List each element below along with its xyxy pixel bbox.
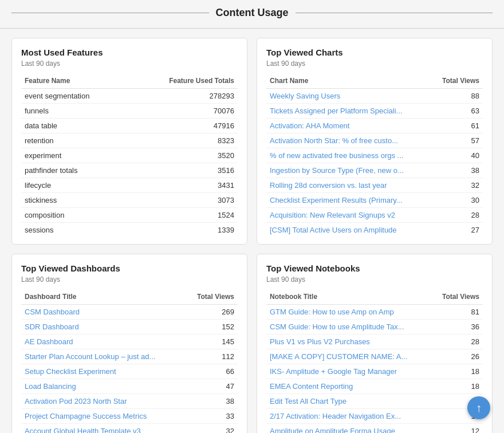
- table-cell-name[interactable]: Activation Pod 2023 North Star: [21, 394, 185, 409]
- table-row: data table47916: [21, 119, 238, 133]
- table-cell-value: 57: [431, 133, 483, 148]
- table-row: stickiness3073: [21, 193, 238, 208]
- table-cell-name: retention: [21, 133, 129, 148]
- table-cell-value: 38: [431, 163, 483, 178]
- table-cell-value: 18: [432, 379, 483, 394]
- top-viewed-dashboards-title: Top Viewed Dashboards: [21, 263, 238, 273]
- table-cell-value: 269: [185, 305, 238, 320]
- table-cell-name[interactable]: Tickets Assigned per Platform Speciali..…: [266, 104, 431, 119]
- table-row: 2/17 Activation: Header Navigation Ex...…: [266, 409, 483, 424]
- table-row: Account Global Health Template v332: [21, 424, 238, 434]
- table-row: Plus V1 vs Plus V2 Purchases28: [266, 334, 483, 349]
- top-viewed-dashboards-subtitle: Last 90 days: [21, 275, 238, 284]
- table-cell-value: 36: [432, 320, 483, 334]
- table-cell-value: 8323: [129, 133, 238, 148]
- table-cell-name[interactable]: 2/17 Activation: Header Navigation Ex...: [266, 409, 432, 424]
- table-row: Rolling 28d conversion vs. last year32: [266, 178, 483, 193]
- table-row: Weekly Saving Users88: [266, 89, 483, 104]
- table-row: GTM Guide: How to use Amp on Amp81: [266, 305, 483, 320]
- most-used-features-title: Most Used Features: [21, 48, 238, 57]
- most-used-features-card: Most Used Features Last 90 days Feature …: [11, 38, 247, 245]
- table-cell-value: 61: [431, 119, 483, 133]
- table-cell-name[interactable]: Setup Checklist Experiment: [21, 364, 185, 379]
- table-cell-name[interactable]: Project Champagne Success Metrics: [21, 409, 185, 424]
- table-cell-value: 3073: [129, 193, 238, 208]
- table-cell-name[interactable]: Starter Plan Account Lookup – just ad...: [21, 349, 185, 364]
- top-viewed-dashboards-table: Dashboard Title Total Views CSM Dashboar…: [21, 290, 238, 433]
- fab-button[interactable]: ↑: [467, 396, 490, 419]
- top-viewed-dashboards-card: Top Viewed Dashboards Last 90 days Dashb…: [11, 254, 247, 433]
- table-cell-name[interactable]: % of new activated free business orgs ..…: [266, 148, 431, 163]
- table-cell-name[interactable]: SDR Dashboard: [21, 320, 185, 334]
- top-viewed-notebooks-card: Top Viewed Notebooks Last 90 days Notebo…: [257, 254, 493, 433]
- table-cell-name[interactable]: Rolling 28d conversion vs. last year: [266, 178, 431, 193]
- table-cell-name: experiment: [21, 148, 129, 163]
- table-row: retention8323: [21, 133, 238, 148]
- table-row: % of new activated free business orgs ..…: [266, 148, 483, 163]
- table-row: Amplitude on Amplitude Forma Usage12: [266, 424, 483, 434]
- table-cell-name[interactable]: Load Balancing: [21, 379, 185, 394]
- table-cell-value: 32: [431, 178, 483, 193]
- table-cell-value: 70076: [129, 104, 238, 119]
- table-row: Ingestion by Source Type (Free, new o...…: [266, 163, 483, 178]
- table-cell-name: composition: [21, 208, 129, 223]
- table-cell-value: 81: [432, 305, 483, 320]
- table-cell-name[interactable]: Checklist Experiment Results (Primary...: [266, 193, 431, 208]
- table-cell-name[interactable]: IKS- Amplitude + Google Tag Manager: [266, 364, 432, 379]
- table-row: experiment3520: [21, 148, 238, 163]
- table-cell-name[interactable]: EMEA Content Reporting: [266, 379, 432, 394]
- table-cell-name[interactable]: Plus V1 vs Plus V2 Purchases: [266, 334, 432, 349]
- table-cell-name: lifecycle: [21, 178, 129, 193]
- top-viewed-notebooks-table-wrapper: Notebook Title Total Views GTM Guide: Ho…: [266, 290, 483, 433]
- table-row: Edit Test All Chart Type14: [266, 394, 483, 409]
- table-cell-value: 28: [431, 208, 483, 223]
- table-cell-name[interactable]: Ingestion by Source Type (Free, new o...: [266, 163, 431, 178]
- tvc-col2-header: Total Views: [431, 74, 483, 89]
- table-cell-name[interactable]: CSM Dashboard: [21, 305, 185, 320]
- table-cell-value: 3516: [129, 163, 238, 178]
- table-cell-value: 145: [185, 334, 238, 349]
- table-cell-name[interactable]: [CSM] Total Active Users on Amplitude: [266, 223, 431, 235]
- top-viewed-charts-table-wrapper: Chart Name Total Views Weekly Saving Use…: [266, 74, 483, 235]
- table-cell-name[interactable]: Weekly Saving Users: [266, 89, 431, 104]
- most-used-features-table: Feature Name Feature Used Totals event s…: [21, 74, 238, 235]
- tvd-col2-header: Total Views: [185, 290, 238, 305]
- table-cell-name[interactable]: Activation North Star: % of free custo..…: [266, 133, 431, 148]
- table-row: Activation Pod 2023 North Star38: [21, 394, 238, 409]
- table-cell-value: 32: [185, 424, 238, 434]
- top-viewed-notebooks-subtitle: Last 90 days: [266, 275, 483, 284]
- table-cell-value: 3431: [129, 178, 238, 193]
- table-cell-value: 88: [431, 89, 483, 104]
- table-cell-name[interactable]: Account Global Health Template v3: [21, 424, 185, 434]
- content-grid: Most Used Features Last 90 days Feature …: [0, 29, 504, 433]
- table-cell-name[interactable]: Acquisition: New Relevant Signups v2: [266, 208, 431, 223]
- table-row: Setup Checklist Experiment66: [21, 364, 238, 379]
- table-cell-value: 30: [431, 193, 483, 208]
- table-row: lifecycle3431: [21, 178, 238, 193]
- table-row: Project Champagne Success Metrics33: [21, 409, 238, 424]
- table-cell-value: 112: [185, 349, 238, 364]
- table-cell-name[interactable]: CSM Guide: How to use Amplitude Tax...: [266, 320, 432, 334]
- table-row: Activation North Star: % of free custo..…: [266, 133, 483, 148]
- table-cell-name[interactable]: Activation: AHA Moment: [266, 119, 431, 133]
- table-cell-name[interactable]: Edit Test All Chart Type: [266, 394, 432, 409]
- table-row: event segmentation278293: [21, 89, 238, 104]
- table-row: EMEA Content Reporting18: [266, 379, 483, 394]
- table-cell-value: 28: [432, 334, 483, 349]
- most-used-features-table-wrapper: Feature Name Feature Used Totals event s…: [21, 74, 238, 235]
- table-cell-value: 1524: [129, 208, 238, 223]
- table-cell-value: 38: [185, 394, 238, 409]
- top-viewed-charts-card: Top Viewed Charts Last 90 days Chart Nam…: [257, 38, 493, 245]
- table-row: Checklist Experiment Results (Primary...…: [266, 193, 483, 208]
- table-cell-name[interactable]: AE Dashboard: [21, 334, 185, 349]
- muf-col1-header: Feature Name: [21, 74, 129, 89]
- table-cell-name[interactable]: Amplitude on Amplitude Forma Usage: [266, 424, 432, 434]
- table-row: Acquisition: New Relevant Signups v228: [266, 208, 483, 223]
- table-cell-name: event segmentation: [21, 89, 129, 104]
- table-row: SDR Dashboard152: [21, 320, 238, 334]
- table-row: Starter Plan Account Lookup – just ad...…: [21, 349, 238, 364]
- table-cell-name[interactable]: [MAKE A COPY] CUSTOMER NAME: A...: [266, 349, 432, 364]
- table-cell-name[interactable]: GTM Guide: How to use Amp on Amp: [266, 305, 432, 320]
- tvc-col1-header: Chart Name: [266, 74, 431, 89]
- table-cell-name: sessions: [21, 223, 129, 235]
